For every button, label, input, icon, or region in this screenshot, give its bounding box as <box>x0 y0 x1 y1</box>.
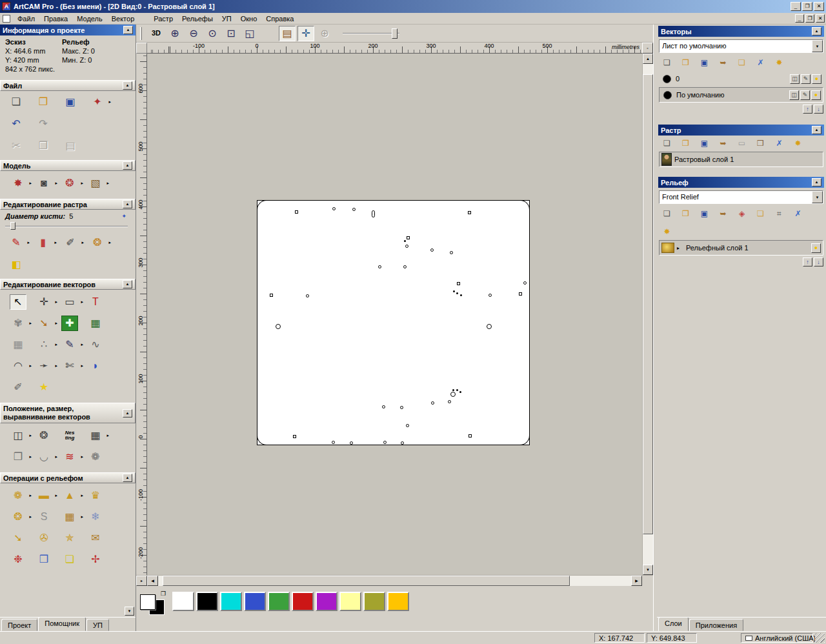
palette-swatch-green[interactable] <box>268 592 290 611</box>
layer-visible-icon[interactable]: ● <box>811 90 821 100</box>
open-model-icon[interactable]: ❐ <box>35 94 52 110</box>
smooth-relief-icon[interactable]: ❁▸ <box>10 488 26 503</box>
import-model-icon[interactable]: ✦▸ <box>89 94 106 110</box>
vector-node[interactable] <box>404 240 406 242</box>
transform-mesh-icon[interactable]: ▦ <box>10 337 26 352</box>
split-relief-icon[interactable]: ◈ <box>736 208 748 219</box>
sticky-relief-icon[interactable]: ❏ <box>61 552 78 567</box>
flood-fill-icon[interactable]: ◧ <box>8 257 25 272</box>
block-copy-icon[interactable]: ▦▸ <box>87 428 104 443</box>
trim-vectors-icon[interactable]: ✄▸ <box>61 358 78 374</box>
toggle-bitmap-view-icon[interactable]: ▤ <box>279 26 296 41</box>
collapse-icon[interactable]: ▲ <box>812 178 821 186</box>
vector-node[interactable] <box>456 292 458 294</box>
resize-grip[interactable] <box>815 633 825 643</box>
palette-swatch-olive[interactable] <box>363 592 385 611</box>
vector-node[interactable] <box>452 389 454 391</box>
smooth-polyline-icon[interactable]: ∿ <box>87 337 104 352</box>
palette-swatch-black[interactable] <box>196 592 218 611</box>
import-bitmap-icon[interactable]: ➥ <box>717 137 729 149</box>
menu-toolpaths[interactable]: УП <box>217 14 236 24</box>
vector-node[interactable] <box>430 248 434 252</box>
minimize-button[interactable]: _ <box>791 2 801 11</box>
vector-node[interactable] <box>450 392 456 397</box>
add-plane-icon[interactable]: ▬▸ <box>35 488 52 503</box>
copy-sheet-icon[interactable]: ❏ <box>736 57 748 68</box>
create-rectangle-icon[interactable]: ▭▸ <box>61 294 78 310</box>
vector-node[interactable] <box>383 441 387 444</box>
vector-node[interactable] <box>401 441 404 445</box>
vector-node[interactable] <box>332 441 335 444</box>
collapse-icon[interactable]: ▲ <box>123 81 132 90</box>
vector-node[interactable] <box>453 290 455 292</box>
vector-node[interactable] <box>460 294 462 296</box>
move-layer-down-button[interactable]: ↓ <box>814 105 823 114</box>
zoom-window-icon[interactable]: ⊡ <box>223 26 239 41</box>
tab-assistant[interactable]: Помощник <box>38 617 86 631</box>
scroll-thumb[interactable] <box>643 74 653 535</box>
vector-node[interactable] <box>456 389 458 391</box>
vector-node[interactable] <box>487 324 492 329</box>
relief-dropdown[interactable]: Front Relief ▼ <box>659 190 823 204</box>
new-bitmap-icon[interactable]: ❏ <box>661 137 673 149</box>
vector-node[interactable] <box>489 294 492 297</box>
fit-arc-icon[interactable]: ◡▸ <box>35 449 52 465</box>
horizontal-scrollbar[interactable]: ▸ ◀ ▶ <box>136 575 653 586</box>
collapse-icon[interactable]: ▲ <box>123 26 133 34</box>
raster-layer-row[interactable]: Растровый слой 1 <box>659 152 823 167</box>
mdi-minimize-button[interactable]: _ <box>795 14 804 23</box>
vector-node[interactable] <box>431 401 434 405</box>
menu-file[interactable]: Файл <box>13 14 39 24</box>
zoom-previous-icon[interactable]: ⊙ <box>204 26 221 41</box>
delete-bitmap-icon[interactable]: ✗ <box>773 137 785 149</box>
scroll-track[interactable] <box>643 64 653 565</box>
mdi-close-button[interactable]: ✕ <box>816 14 825 23</box>
palette-swatch-magenta[interactable] <box>316 592 337 611</box>
create-text-icon[interactable]: T <box>87 294 104 310</box>
move-layer-up-button[interactable]: ↑ <box>803 257 812 267</box>
scale-height-icon[interactable]: ♛ <box>87 488 104 503</box>
measure-tool-icon[interactable]: ✐ <box>10 379 26 395</box>
page-spin-button[interactable]: ▸ <box>136 576 147 586</box>
bitmap-options-icon[interactable]: ✸ <box>792 137 804 149</box>
vertical-scrollbar[interactable]: ▲ ▼ <box>642 54 653 575</box>
menu-window[interactable]: Окно <box>236 14 262 24</box>
create-arc-icon[interactable]: ◠▸ <box>10 358 26 374</box>
nesting-icon[interactable]: Nes ting <box>61 428 78 443</box>
vector-node[interactable] <box>306 294 309 297</box>
vector-node[interactable] <box>332 207 336 210</box>
scroll-thumb[interactable] <box>163 576 569 586</box>
primary-colour-swatch[interactable] <box>140 594 156 610</box>
vector-node[interactable] <box>276 324 281 329</box>
tab-layers[interactable]: Слои <box>658 617 689 631</box>
import-sheet-icon[interactable]: ➥ <box>717 57 729 68</box>
menu-bitmap[interactable]: Растр <box>149 14 177 24</box>
primary-secondary-colour-indicator[interactable]: ❐ <box>140 592 166 615</box>
collapse-icon[interactable]: ▲ <box>123 200 132 208</box>
new-relief-icon[interactable]: ❏ <box>661 208 673 219</box>
paint-area-icon[interactable]: ▮▸ <box>35 235 52 250</box>
star-burst-icon[interactable]: ✯ <box>61 530 78 546</box>
relief-layer-row[interactable]: ▸ Рельефный слой 1 ● <box>659 240 823 256</box>
transform-vectors-icon[interactable]: ✛▸ <box>35 294 52 310</box>
delete-sheet-icon[interactable]: ✗ <box>754 57 767 68</box>
brush-diameter-slider[interactable] <box>5 221 128 230</box>
palette-swatch-amber[interactable] <box>387 592 409 611</box>
smooth-curve-icon[interactable]: S <box>35 509 52 525</box>
scale-relief-icon[interactable]: ▲▸ <box>61 488 78 503</box>
move-layer-down-button[interactable]: ↓ <box>814 257 823 267</box>
paste-along-curve-icon[interactable]: ∴▸ <box>35 337 52 352</box>
layer-edit-icon[interactable]: ✎ <box>800 90 810 100</box>
colour-palette-icon[interactable]: ❂▸ <box>89 235 106 250</box>
vector-node[interactable] <box>406 424 409 427</box>
sculpt-relief-icon[interactable]: ❂▸ <box>10 509 26 525</box>
menu-vector[interactable]: Вектор <box>107 14 139 24</box>
calculate-relief-icon[interactable]: ⌗ <box>773 208 785 219</box>
create-star-icon[interactable]: ★ <box>35 379 52 395</box>
vector-layer-row[interactable]: По умолчанию ◫✎● <box>659 87 823 103</box>
layer-visible-icon[interactable]: ● <box>811 243 821 253</box>
collapse-icon[interactable]: ▲ <box>123 280 132 288</box>
swap-colours-icon[interactable]: ❐ <box>161 590 166 597</box>
save-bitmap-icon[interactable]: ▣ <box>698 137 710 149</box>
vector-node[interactable] <box>450 251 453 254</box>
